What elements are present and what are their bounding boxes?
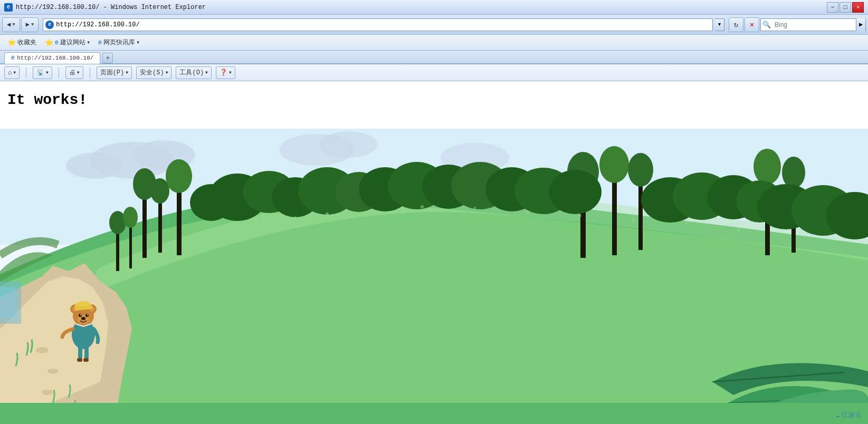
page-button[interactable]: 页面(P) ▼: [97, 66, 132, 79]
svg-point-25: [753, 149, 781, 185]
window-title: http://192.168.100.10/ - Windows Interne…: [16, 4, 206, 11]
stop-button[interactable]: ✕: [745, 17, 759, 32]
safety-button[interactable]: 安全(S) ▼: [136, 66, 171, 79]
svg-point-30: [190, 184, 232, 221]
svg-rect-22: [638, 176, 643, 250]
svg-rect-64: [78, 346, 82, 359]
favorites-button[interactable]: ⭐ 收藏夹: [4, 37, 40, 48]
svg-rect-81: [0, 287, 16, 319]
new-tab-button[interactable]: +: [102, 53, 113, 63]
svg-point-70: [326, 213, 329, 216]
illustration-scene: [0, 129, 868, 424]
refresh-icon: ↻: [734, 20, 738, 29]
quick-links-button[interactable]: e 网页快讯库 ▼: [95, 37, 142, 48]
address-text: http://192.168.100.10/: [56, 21, 139, 28]
svg-point-40: [549, 170, 602, 214]
feeds-dropdown-arrow[interactable]: ▼: [46, 70, 49, 75]
svg-point-72: [421, 205, 424, 208]
stop-icon: ✕: [750, 20, 754, 29]
toolbar-group-feeds: 📡 ▼: [33, 66, 52, 79]
nav-bar: ◀ ▼ ▶ ▼ e http://192.168.100.10/ ▼ ↻ ✕ 🔍: [0, 15, 868, 35]
help-dropdown-arrow[interactable]: ▼: [229, 70, 232, 75]
svg-point-17: [166, 159, 192, 193]
svg-rect-66: [77, 358, 82, 362]
refresh-button[interactable]: ↻: [729, 17, 743, 32]
back-button[interactable]: ◀ ▼: [2, 17, 20, 32]
forward-dropdown-arrow[interactable]: ▼: [31, 22, 34, 27]
tools-button[interactable]: 工具(O) ▼: [176, 66, 211, 79]
suggest-sites-button[interactable]: ⭐ e 建议网站 ▼: [42, 37, 93, 48]
svg-point-23: [628, 153, 653, 187]
svg-rect-20: [612, 171, 617, 255]
page-heading: It works!: [0, 81, 868, 113]
suggest-icon: ⭐: [45, 38, 53, 47]
tab-ie-icon: e: [11, 54, 15, 62]
svg-point-73: [474, 207, 476, 209]
print-dropdown-arrow[interactable]: ▼: [77, 70, 80, 75]
bing-search-icon: 🔍: [761, 21, 772, 29]
svg-rect-65: [84, 346, 89, 359]
forward-icon: ▶: [26, 21, 30, 28]
print-button[interactable]: 🖨 ▼: [65, 66, 83, 79]
search-arrow-icon: ▶: [859, 21, 863, 28]
ie-logo: e: [4, 3, 13, 12]
title-bar: e http://192.168.100.10/ - Windows Inter…: [0, 0, 868, 15]
svg-point-9: [47, 369, 58, 374]
svg-point-21: [599, 146, 629, 183]
svg-rect-67: [83, 358, 89, 362]
svg-point-10: [42, 390, 53, 395]
quick-links-dropdown-arrow[interactable]: ▼: [137, 40, 139, 45]
tab-1-label: http://192.168.100.10/: [17, 55, 93, 61]
close-button[interactable]: ×: [852, 2, 864, 13]
tab-1[interactable]: e http://192.168.100.10/: [4, 52, 100, 64]
svg-point-63: [81, 317, 85, 320]
print-icon: 🖨: [69, 69, 75, 76]
svg-point-71: [368, 209, 370, 211]
svg-point-8: [36, 347, 49, 353]
help-button[interactable]: ❓ ▼: [216, 66, 235, 79]
home-dropdown-arrow[interactable]: ▼: [13, 70, 16, 75]
address-input[interactable]: e http://192.168.100.10/: [43, 18, 713, 31]
watermark-text: 亿速云: [841, 410, 862, 420]
toolbar-group-print: 🖨 ▼: [65, 66, 83, 79]
svg-point-77: [685, 223, 687, 225]
quick-links-label: 网页快讯库: [103, 38, 135, 47]
svg-point-68: [262, 219, 265, 223]
tab-bar: e http://192.168.100.10/ +: [0, 51, 868, 64]
feeds-button[interactable]: 📡 ▼: [33, 66, 52, 79]
address-bar-container: e http://192.168.100.10/ ▼: [43, 18, 724, 31]
svg-point-6: [319, 131, 377, 158]
home-button[interactable]: ⌂ ▼: [4, 66, 20, 79]
feeds-icon: 📡: [36, 69, 44, 76]
page-dropdown-arrow[interactable]: ▼: [126, 70, 128, 75]
minimize-button[interactable]: −: [827, 2, 838, 13]
svg-rect-50: [129, 221, 132, 268]
tools-dropdown-arrow[interactable]: ▼: [205, 70, 208, 75]
address-ie-icon: e: [45, 21, 54, 29]
svg-point-27: [782, 157, 805, 188]
forward-button[interactable]: ▶ ▼: [21, 17, 39, 32]
svg-rect-79: [0, 403, 868, 424]
address-dropdown[interactable]: ▼: [715, 18, 724, 31]
favorites-label: 收藏夹: [17, 38, 36, 47]
back-icon: ◀: [7, 21, 11, 28]
svg-point-75: [579, 215, 581, 217]
suggest-icon2: e: [55, 39, 59, 46]
svg-point-78: [737, 228, 740, 232]
search-submit-button[interactable]: ▶: [856, 18, 865, 31]
back-dropdown-arrow[interactable]: ▼: [12, 22, 15, 27]
toolbar-separator-3: [90, 68, 90, 78]
toolbar-row: ⌂ ▼ 📡 ▼ 🖨 ▼ 页面(P) ▼ 安全(S) ▼: [0, 64, 868, 81]
restore-button[interactable]: □: [840, 2, 851, 13]
toolbar-separator-1: [26, 68, 26, 78]
window-controls: − □ ×: [827, 2, 864, 13]
help-icon: ❓: [220, 69, 227, 76]
watermark: ☁ 亿速云: [835, 410, 862, 420]
safety-dropdown-arrow[interactable]: ▼: [166, 70, 168, 75]
suggest-dropdown-arrow[interactable]: ▼: [87, 40, 90, 45]
page-label: 页面(P): [100, 68, 125, 77]
scene-svg: [0, 129, 868, 424]
toolbar-group-home: ⌂ ▼: [4, 66, 20, 79]
svg-point-59: [79, 314, 82, 317]
search-input[interactable]: [772, 19, 856, 31]
